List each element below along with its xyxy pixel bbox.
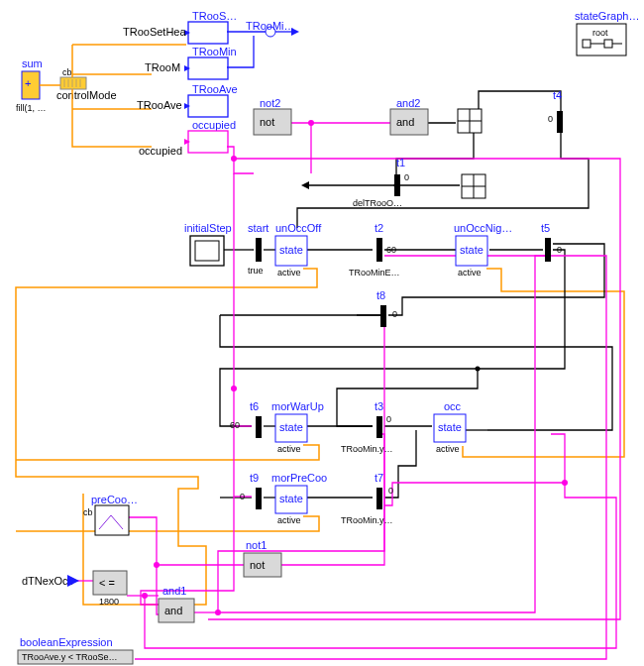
occupied-lbl2: occupied [139, 145, 182, 157]
state-text-4: state [438, 421, 462, 433]
controlmode-label: controlMode [56, 89, 117, 101]
t8-val: 0 [392, 309, 397, 319]
root-text: root [592, 28, 608, 38]
t9-val: 0 [240, 492, 245, 501]
initialstep-label: initialStep [184, 222, 232, 234]
svg-rect-43 [545, 238, 551, 262]
state-graph-root: stateGraph… root [575, 10, 639, 56]
troomin-y2-label: TRooMin.y… [341, 515, 393, 525]
t5-val: 0 [557, 245, 562, 255]
t7-label: t7 [375, 472, 383, 484]
fill-label: fill(1, … [16, 103, 47, 113]
t3-label: t3 [375, 400, 383, 412]
t2-label: t2 [375, 222, 383, 234]
start-val: true [248, 266, 264, 276]
occ-label: occ [444, 400, 462, 412]
svg-marker-22 [184, 65, 190, 71]
troos-lbl: TRooS… [192, 10, 237, 22]
occ-state[interactable]: occ state active [434, 400, 466, 454]
t6-transition[interactable]: t6 60 [230, 400, 262, 438]
troomin-lbl: TRooMin [192, 46, 237, 57]
t9-transition[interactable]: t9 0 [240, 472, 262, 509]
svg-marker-4 [301, 181, 309, 189]
t1-label: t1 [396, 157, 405, 168]
svg-marker-54 [67, 575, 79, 587]
t1-transition[interactable]: t1 0 delTRooO… [353, 157, 485, 208]
dtnexocc-label: dTNexOcc [22, 575, 73, 587]
not2-block[interactable]: not2 not [254, 97, 291, 135]
and1-label: and1 [162, 585, 186, 597]
start-label: start [248, 222, 268, 234]
t3-val: 0 [386, 414, 391, 424]
plus-label: + [25, 77, 31, 89]
svg-rect-45 [256, 416, 262, 438]
svg-rect-17 [604, 40, 612, 48]
and2-block[interactable]: and2 and [390, 97, 428, 135]
occupied-lbl: occupied [192, 119, 236, 131]
pass-occupied: occupied occupied [139, 119, 236, 157]
svg-rect-52 [95, 505, 129, 535]
svg-rect-47 [376, 416, 382, 438]
sum-label: sum [22, 57, 43, 69]
t6-val: 60 [230, 420, 240, 430]
svg-point-9 [231, 386, 237, 391]
svg-rect-51 [376, 488, 382, 509]
troomi-lbl: TRooMi… [246, 20, 295, 32]
unoccnig-label: unOccNig… [454, 222, 512, 234]
boolexpr-label: booleanExpression [20, 636, 113, 648]
morwarup-state[interactable]: morWarUp state active [271, 400, 324, 454]
t4-label: t4 [553, 89, 562, 101]
t7-val: 0 [388, 486, 393, 496]
trooave-lbl: TRooAve [137, 99, 182, 111]
precoo-cb: cb [83, 507, 93, 517]
t4-transition[interactable]: t4 0 [458, 89, 563, 133]
cb-label: cb [62, 67, 72, 77]
state-text-3: state [279, 421, 303, 433]
svg-rect-23 [188, 95, 228, 117]
svg-rect-21 [188, 57, 228, 79]
le-block[interactable]: < = 1800 [93, 571, 127, 607]
t8-transition[interactable]: t8 0 [376, 289, 397, 327]
troomin-y-label: TRooMin.y… [341, 444, 393, 454]
svg-marker-24 [184, 103, 190, 109]
svg-rect-25 [188, 131, 228, 153]
t8-label: t8 [376, 289, 385, 301]
not2-text: not [260, 116, 274, 128]
deltroo-label: delTRooO… [353, 198, 402, 208]
active-text-5: active [277, 515, 301, 525]
state-text-2: state [460, 244, 483, 256]
t4-val: 0 [548, 114, 553, 124]
svg-rect-49 [256, 488, 262, 509]
active-text-1: active [277, 268, 301, 278]
svg-marker-26 [184, 139, 190, 145]
t6-label: t6 [250, 400, 259, 412]
active-text-2: active [458, 268, 482, 278]
unoccoff-label: unOccOff [275, 222, 322, 234]
state-text-1: state [279, 244, 303, 256]
svg-rect-39 [256, 238, 262, 262]
boolexpr-val: TRooAve.y < TRooSe… [22, 652, 117, 662]
t7-transition[interactable]: t7 0 TRooMin.y… [341, 472, 393, 525]
initial-step[interactable]: initialStep [184, 222, 232, 266]
svg-rect-32 [557, 111, 563, 133]
and2-label: and2 [396, 97, 420, 109]
not1-block[interactable]: not1 not [244, 539, 281, 577]
precoo-block[interactable]: preCoo… cb [83, 494, 138, 535]
svg-rect-19 [188, 22, 228, 44]
not1-label: not1 [246, 539, 267, 551]
start-transition[interactable]: start true [248, 222, 268, 276]
precoo-label: preCoo… [91, 494, 138, 505]
pass-TRooAve: TRooAve TRooAve [137, 83, 238, 117]
t9-label: t9 [250, 472, 259, 484]
active-text-4: active [436, 444, 460, 454]
and1-text: and [164, 605, 182, 616]
svg-rect-15 [583, 40, 590, 48]
le-val: 1800 [99, 597, 119, 607]
svg-rect-41 [376, 238, 382, 262]
morwarup-label: morWarUp [271, 400, 324, 412]
state-graph-label: stateGraph… [575, 10, 639, 22]
not2-label: not2 [260, 97, 280, 109]
boolexpr-block[interactable]: TRooAve.y < TRooSe… [18, 650, 133, 664]
t5-label: t5 [541, 222, 550, 234]
state-text-5: state [279, 493, 303, 504]
